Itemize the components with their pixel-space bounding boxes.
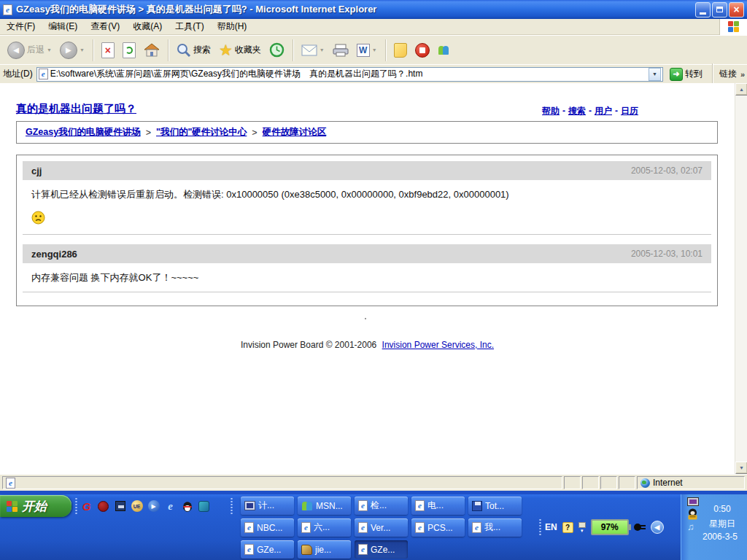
home-button[interactable] bbox=[141, 38, 163, 63]
battery-indicator[interactable]: 97% bbox=[591, 519, 629, 535]
address-input[interactable] bbox=[50, 69, 646, 80]
menu-help[interactable]: 帮助(H) bbox=[211, 18, 254, 35]
ie-page-icon: e bbox=[244, 544, 254, 555]
ie-page-icon: e bbox=[358, 544, 368, 555]
taskbar-button[interactable]: e我... bbox=[468, 518, 522, 537]
red-app-icon bbox=[415, 43, 430, 58]
status-pane bbox=[564, 476, 581, 489]
restore-button[interactable] bbox=[712, 2, 727, 18]
ultraedit-icon[interactable]: UE bbox=[131, 500, 143, 513]
back-icon: ◀ bbox=[7, 42, 25, 59]
messenger-button[interactable] bbox=[435, 38, 452, 63]
internet-explorer-icon[interactable]: e bbox=[164, 500, 177, 513]
taskbar-button[interactable]: eGZe... bbox=[241, 540, 294, 559]
music-player-tray-icon[interactable]: ♫ bbox=[687, 521, 694, 532]
messenger-people-icon bbox=[438, 44, 449, 55]
taskbar-button[interactable]: jie... bbox=[298, 540, 351, 559]
post-body: 内存兼容问题 换下内存就OK了！~~~~~ bbox=[23, 263, 711, 292]
scroll-up-button[interactable]: ▲ bbox=[735, 83, 747, 96]
ie-page-icon: e bbox=[244, 522, 254, 533]
minimize-button[interactable] bbox=[695, 2, 711, 18]
topic-title-link[interactable]: 真的是机器出问题了吗？ bbox=[16, 102, 136, 116]
menu-favorites[interactable]: 收藏(A) bbox=[126, 18, 169, 35]
ac-power-plug-icon[interactable] bbox=[634, 523, 646, 532]
addressbar-separator bbox=[712, 63, 713, 85]
flashget-icon[interactable]: G bbox=[80, 500, 93, 513]
forward-button[interactable]: ▶ ▼ bbox=[57, 38, 88, 63]
qq-icon[interactable] bbox=[181, 500, 193, 513]
windows-logo-throbber bbox=[719, 19, 747, 35]
windows-media-player-icon[interactable]: ▶ bbox=[147, 500, 160, 513]
taskbar-button[interactable]: MSN... bbox=[298, 497, 351, 515]
menu-view[interactable]: 查看(V) bbox=[84, 18, 126, 35]
ibm-tools-icon[interactable] bbox=[97, 500, 109, 513]
mail-button[interactable]: ▼ bbox=[298, 38, 328, 63]
taskbar-button[interactable]: eVer... bbox=[355, 518, 408, 537]
taskbar-button[interactable]: e电... bbox=[411, 497, 465, 515]
ie-page-icon: e bbox=[472, 522, 481, 533]
nav-link-help[interactable]: 帮助 bbox=[542, 106, 560, 116]
language-indicator[interactable]: EN bbox=[545, 522, 557, 532]
stop-icon: × bbox=[101, 42, 115, 58]
taskbar-button[interactable]: 计... bbox=[241, 497, 294, 515]
page-artifact-dot bbox=[365, 318, 366, 319]
print-button[interactable] bbox=[330, 38, 352, 63]
hide-icons-chevron-button[interactable]: ◀ bbox=[651, 521, 664, 534]
links-label[interactable]: 链接 bbox=[719, 68, 737, 80]
clock-weekday: 星期日 bbox=[700, 518, 744, 530]
address-dropdown-button[interactable]: ▼ bbox=[649, 68, 661, 81]
msn-messenger-icon bbox=[301, 500, 313, 511]
browser-viewport: 真的是机器出问题了吗？ 帮助-搜索-用户-日历 GZeasy我们的电脑硬件讲场 … bbox=[0, 83, 735, 474]
windows-messenger-icon[interactable] bbox=[198, 500, 210, 513]
ime-options-icon[interactable]: ▼ bbox=[578, 522, 586, 533]
window-titlebar: e GZeasy我们的电脑硬件讲场 > 真的是机器出问题了吗? - Micros… bbox=[0, 0, 747, 19]
taskbar-button[interactable]: eNBC... bbox=[241, 518, 294, 537]
links-chevron-icon[interactable]: » bbox=[740, 70, 744, 79]
stop-button[interactable]: × bbox=[98, 38, 117, 63]
taskbar-grip[interactable] bbox=[231, 497, 233, 515]
post-text: 计算机已经从检测错误后重新启动。检测错误: 0x10000050 (0xe38c… bbox=[31, 188, 703, 201]
go-button[interactable]: ➜ 转到 bbox=[667, 66, 705, 82]
taskbar-button-active[interactable]: eGZe... bbox=[355, 540, 408, 559]
post-header: zengqi286 2005-12-03, 10:01 bbox=[23, 244, 711, 263]
close-button[interactable]: × bbox=[729, 2, 744, 18]
footer-copyright: Invision Power Board © 2001-2006 bbox=[241, 340, 376, 350]
media-player-classic-icon[interactable] bbox=[114, 500, 126, 513]
edit-with-word-button[interactable]: W ▼ bbox=[354, 38, 380, 63]
nav-link-search[interactable]: 搜索 bbox=[568, 106, 586, 116]
dictionary-button[interactable] bbox=[412, 38, 433, 63]
refresh-button[interactable] bbox=[120, 38, 139, 63]
menu-edit[interactable]: 编辑(E) bbox=[42, 18, 84, 35]
scroll-down-button[interactable]: ▼ bbox=[735, 462, 747, 474]
footer-vendor-link[interactable]: Invision Power Services, Inc. bbox=[382, 340, 494, 350]
breadcrumb-link-category[interactable]: "我们的"硬件讨论中心 bbox=[156, 126, 247, 139]
notes-button[interactable] bbox=[391, 38, 410, 63]
menu-file[interactable]: 文件(F) bbox=[0, 18, 42, 35]
quicklaunch-grip[interactable] bbox=[75, 497, 77, 515]
vertical-scrollbar[interactable]: ▲ ▼ bbox=[735, 83, 747, 474]
history-button[interactable] bbox=[266, 38, 287, 63]
back-button[interactable]: ◀ 后退 ▼ bbox=[4, 38, 55, 63]
menu-tools[interactable]: 工具(T) bbox=[169, 18, 210, 35]
toolbar-separator bbox=[93, 39, 93, 61]
qq-tray-icon[interactable] bbox=[687, 508, 698, 523]
board-footer: Invision Power Board © 2001-2006 Invisio… bbox=[0, 340, 735, 350]
post-author: zengqi286 bbox=[31, 249, 77, 260]
nav-link-members[interactable]: 用户 bbox=[595, 106, 612, 116]
nav-link-calendar[interactable]: 日历 bbox=[621, 106, 638, 116]
unsure-face-emoticon bbox=[31, 211, 703, 227]
breadcrumb-link-forum[interactable]: 硬件故障讨论区 bbox=[263, 126, 327, 139]
taskbar-button[interactable]: ePCS... bbox=[411, 518, 465, 537]
start-button[interactable]: 开始 bbox=[0, 495, 71, 517]
display-tray-icon[interactable] bbox=[687, 497, 699, 506]
taskbar-button[interactable]: e检... bbox=[355, 497, 408, 515]
favorites-button[interactable]: ★ 收藏夹 bbox=[216, 38, 264, 63]
home-icon bbox=[144, 43, 160, 58]
post-header: cjj 2005-12-03, 02:07 bbox=[23, 161, 711, 180]
clock-time[interactable]: 0:50 bbox=[700, 504, 744, 514]
ime-help-icon[interactable]: ? bbox=[562, 522, 573, 533]
taskbar-button[interactable]: e六... bbox=[298, 518, 351, 537]
taskbar-button[interactable]: Tot... bbox=[468, 497, 522, 515]
search-button[interactable]: 搜索 bbox=[174, 38, 214, 63]
breadcrumb-link-board[interactable]: GZeasy我们的电脑硬件讲场 bbox=[26, 126, 141, 139]
